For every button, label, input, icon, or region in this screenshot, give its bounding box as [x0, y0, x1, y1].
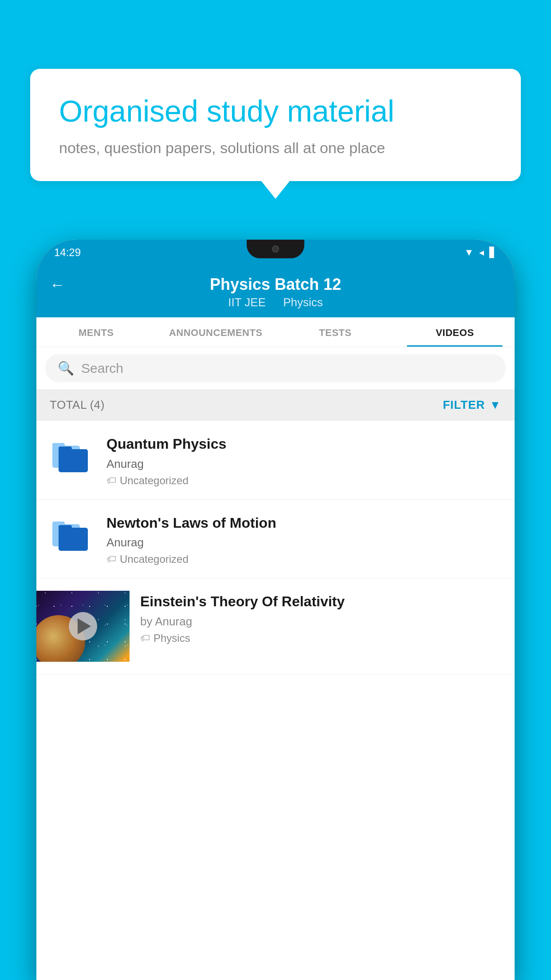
notch	[247, 240, 304, 258]
play-button-einstein[interactable]	[69, 612, 97, 640]
tag-label-quantum: Uncategorized	[120, 474, 189, 487]
svg-rect-3	[59, 447, 72, 452]
svg-rect-7	[59, 525, 72, 530]
app-header-title: Physics Batch 12	[210, 275, 341, 294]
video-folder-icon-newton	[47, 512, 96, 557]
bubble-subtitle: notes, question papers, solutions all at…	[59, 139, 492, 157]
speech-bubble-section: Organised study material notes, question…	[30, 69, 521, 199]
svg-rect-6	[59, 528, 88, 551]
signal-icon: ◂	[479, 247, 484, 258]
search-input[interactable]: Search	[81, 361, 123, 376]
phone-frame: 14:29 ▼ ◂ ▋ ← Physics Batch 12 IIT JEE	[36, 240, 515, 980]
search-bar[interactable]: 🔍 Search	[45, 354, 506, 382]
app-header-subtitle: IIT JEE Physics	[224, 296, 327, 309]
video-title-einstein: Einstein's Theory Of Relativity	[140, 593, 504, 611]
tabs-bar: MENTS ANNOUNCEMENTS TESTS VIDEOS	[36, 317, 515, 347]
video-title-quantum: Quantum Physics	[106, 435, 504, 454]
filter-button[interactable]: FILTER ▼	[443, 398, 501, 412]
tab-announcements[interactable]: ANNOUNCEMENTS	[156, 317, 276, 347]
video-tag-newton: 🏷 Uncategorized	[106, 553, 504, 565]
app-header: ← Physics Batch 12 IIT JEE Physics	[36, 265, 515, 317]
video-author-newton: Anurag	[106, 536, 504, 549]
video-title-newton: Newton's Laws of Motion	[106, 514, 504, 533]
back-button[interactable]: ←	[50, 276, 65, 293]
wifi-icon: ▼	[464, 247, 474, 258]
tag-icon: 🏷	[106, 553, 116, 565]
video-info-einstein: Einstein's Theory Of Relativity by Anura…	[140, 591, 504, 644]
tab-tests[interactable]: TESTS	[276, 317, 395, 347]
battery-icon: ▋	[489, 247, 497, 258]
video-info-quantum: Quantum Physics Anurag 🏷 Uncategorized	[106, 433, 504, 487]
phone-screen: 14:29 ▼ ◂ ▋ ← Physics Batch 12 IIT JEE	[36, 240, 515, 980]
filter-icon: ▼	[489, 398, 501, 412]
camera-notch	[272, 245, 279, 253]
header-subtitle-physics: Physics	[283, 296, 323, 309]
filter-label: FILTER	[443, 398, 485, 412]
video-tag-quantum: 🏷 Uncategorized	[106, 474, 504, 487]
video-list: Quantum Physics Anurag 🏷 Uncategorized	[36, 421, 515, 675]
search-icon: 🔍	[58, 360, 74, 376]
tag-label-einstein: Physics	[153, 632, 190, 644]
tag-icon: 🏷	[106, 475, 116, 486]
status-icons: ▼ ◂ ▋	[464, 247, 497, 258]
filter-bar: TOTAL (4) FILTER ▼	[36, 389, 515, 421]
search-bar-wrapper: 🔍 Search	[36, 347, 515, 389]
tab-ments[interactable]: MENTS	[36, 317, 156, 347]
video-tag-einstein: 🏷 Physics	[140, 632, 504, 644]
status-bar: 14:29 ▼ ◂ ▋	[36, 240, 515, 265]
video-author-einstein: by Anurag	[140, 615, 504, 628]
video-author-quantum: Anurag	[106, 457, 504, 471]
video-info-newton: Newton's Laws of Motion Anurag 🏷 Uncateg…	[106, 512, 504, 566]
tag-label-newton: Uncategorized	[120, 553, 189, 565]
tag-icon: 🏷	[140, 632, 150, 644]
list-item[interactable]: Quantum Physics Anurag 🏷 Uncategorized	[36, 421, 515, 500]
list-item[interactable]: Newton's Laws of Motion Anurag 🏷 Uncateg…	[36, 500, 515, 579]
video-folder-icon-quantum	[47, 433, 96, 478]
svg-rect-2	[59, 449, 88, 472]
list-item[interactable]: Einstein's Theory Of Relativity by Anura…	[36, 578, 515, 675]
app-header-top: ← Physics Batch 12	[50, 275, 501, 294]
play-triangle-icon	[78, 618, 91, 634]
speech-bubble-arrow	[261, 181, 290, 199]
video-thumbnail-einstein	[36, 591, 130, 662]
header-subtitle-iitjee: IIT JEE	[228, 296, 266, 309]
status-time: 14:29	[54, 246, 81, 259]
total-count-label: TOTAL (4)	[50, 398, 105, 412]
tab-videos[interactable]: VIDEOS	[395, 317, 515, 347]
bubble-title: Organised study material	[59, 93, 492, 130]
speech-bubble: Organised study material notes, question…	[30, 69, 521, 181]
